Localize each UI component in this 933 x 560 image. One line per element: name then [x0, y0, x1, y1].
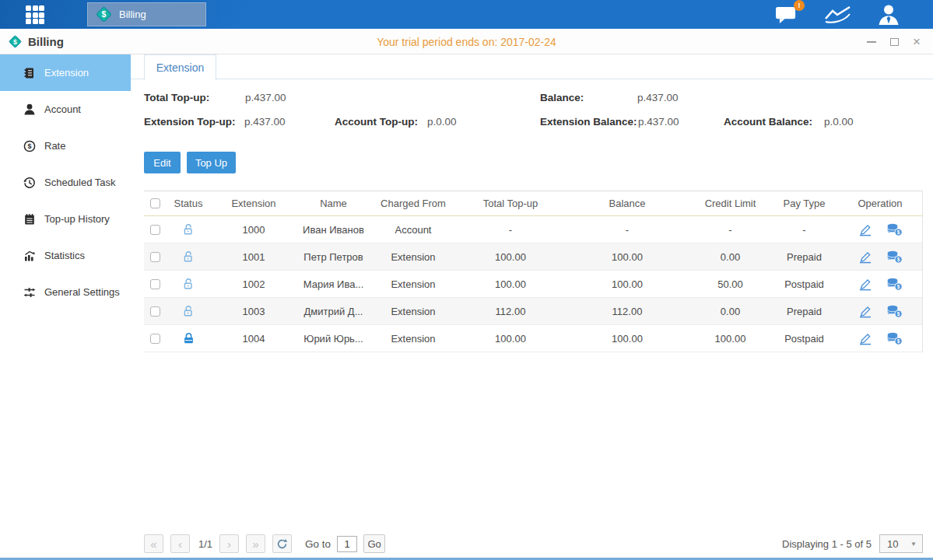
sidebar-item-label: Rate [44, 140, 65, 152]
topup-coins-icon[interactable]: $ [886, 278, 903, 291]
total-topup-cell: - [456, 224, 565, 236]
status-lock-icon[interactable] [182, 223, 195, 236]
credit-limit-cell: 100.00 [689, 333, 771, 345]
tab-extension[interactable]: Extension [144, 54, 216, 80]
balance-cell: 100.00 [565, 251, 689, 263]
topup-button[interactable]: Top Up [187, 152, 236, 173]
refresh-icon [276, 538, 288, 550]
sidebar-item-label: Top-up History [44, 213, 110, 225]
extension-cell: 1002 [211, 278, 296, 290]
goto-page-input[interactable] [337, 536, 357, 552]
sliders-icon [23, 286, 36, 299]
pay-type-cell: Prepaid [771, 306, 837, 317]
extension-topup-value: p.437.00 [244, 116, 286, 128]
pay-type-cell: Postpaid [771, 333, 837, 345]
svg-text:$: $ [896, 256, 900, 262]
sidebar-item-label: Account [44, 103, 81, 115]
balance-cell: - [565, 224, 689, 236]
table-row: 1002 Мария Ива... Extension 100.00 100.0… [144, 271, 922, 298]
user-icon[interactable] [877, 4, 900, 25]
sidebar-item-extension[interactable]: Extension [0, 54, 131, 91]
edit-icon[interactable] [858, 278, 872, 291]
pagination-bar: « ‹ 1/1 › » Go to Go Displaying 1 - 5 of… [144, 534, 923, 554]
svg-text:$: $ [102, 9, 107, 19]
pay-type-cell: Postpaid [771, 278, 837, 290]
chart-icon[interactable] [824, 5, 852, 25]
edit-icon[interactable] [858, 305, 872, 318]
name-cell: Иван Иванов [296, 224, 370, 236]
billing-diamond-icon-small: $ [8, 34, 23, 49]
edit-icon[interactable] [858, 332, 872, 345]
extension-cell: 1003 [211, 306, 296, 317]
person-icon [23, 103, 36, 116]
extension-cell: 1001 [211, 251, 296, 263]
svg-text:$: $ [13, 38, 17, 46]
status-lock-icon[interactable] [182, 332, 195, 345]
bar-chart-icon [23, 250, 36, 262]
topup-coins-icon[interactable]: $ [886, 250, 903, 264]
app-grid-icon[interactable] [26, 5, 57, 24]
main-panel: Extension Total Top-up: p.437.00 Balance… [131, 54, 933, 558]
minimize-button[interactable] [866, 37, 877, 47]
titlebar: $ Billing Your trial period ends on: 201… [0, 29, 933, 54]
refresh-button[interactable] [272, 534, 292, 553]
sidebar-item-rate[interactable]: $ Rate [0, 128, 131, 164]
billing-diamond-icon: $ [95, 5, 113, 23]
last-page-button[interactable]: » [246, 534, 265, 553]
status-lock-icon[interactable] [182, 250, 195, 264]
row-checkbox[interactable] [150, 279, 160, 289]
sidebar-item-scheduled-task[interactable]: Scheduled Task [0, 164, 131, 201]
notebook-icon [23, 213, 36, 226]
charged-from-cell: Extension [370, 333, 456, 345]
sidebar-item-topup-history[interactable]: Top-up History [0, 201, 131, 237]
row-checkbox[interactable] [150, 225, 160, 235]
chat-icon[interactable]: ! [775, 5, 799, 25]
charged-from-cell: Extension [370, 251, 456, 263]
maximize-button[interactable] [889, 37, 900, 47]
col-operation: Operation [837, 198, 923, 209]
status-lock-icon[interactable] [182, 278, 195, 291]
topup-coins-icon[interactable]: $ [886, 332, 903, 345]
edit-icon[interactable] [858, 223, 872, 236]
svg-text:$: $ [27, 142, 31, 150]
first-page-button[interactable]: « [144, 534, 163, 553]
sidebar-item-label: General Settings [44, 286, 120, 298]
taskbar-tab-billing[interactable]: $ Billing [87, 2, 206, 26]
table-row: 1001 Петр Петров Extension 100.00 100.00… [144, 243, 922, 271]
row-checkbox[interactable] [150, 252, 160, 262]
sidebar-item-statistics[interactable]: Statistics [0, 237, 131, 274]
next-page-button[interactable]: › [219, 534, 239, 553]
col-name: Name [296, 198, 370, 209]
sidebar-item-account[interactable]: Account [0, 91, 131, 128]
sidebar-item-general-settings[interactable]: General Settings [0, 274, 131, 310]
extension-balance-label: Extension Balance: [540, 116, 637, 128]
topup-coins-icon[interactable]: $ [886, 223, 903, 236]
col-charged-from: Charged From [370, 198, 456, 209]
credit-limit-cell: - [689, 224, 771, 236]
credit-limit-cell: 0.00 [689, 251, 771, 263]
name-cell: Дмитрий Д... [296, 306, 370, 317]
total-topup-cell: 100.00 [456, 278, 565, 290]
prev-page-button[interactable]: ‹ [170, 534, 190, 553]
notification-badge: ! [794, 0, 805, 11]
displaying-text: Displaying 1 - 5 of 5 [782, 538, 872, 550]
edit-button[interactable]: Edit [144, 152, 181, 173]
account-topup-label: Account Top-up: [335, 116, 418, 128]
extension-cell: 1004 [211, 333, 296, 345]
extension-topup-label: Extension Top-up: [144, 116, 236, 128]
extension-balance-value: p.437.00 [638, 116, 679, 128]
edit-icon[interactable] [858, 250, 872, 264]
row-checkbox[interactable] [150, 306, 160, 317]
status-lock-icon[interactable] [182, 305, 195, 318]
total-topup-cell: 100.00 [456, 251, 565, 263]
topup-coins-icon[interactable]: $ [886, 305, 903, 318]
page-size-dropdown[interactable]: 10 ▼ [879, 534, 923, 553]
row-checkbox[interactable] [150, 334, 160, 344]
go-button[interactable]: Go [363, 534, 385, 553]
name-cell: Юрий Юрь... [296, 333, 370, 345]
close-button[interactable]: × [911, 37, 922, 47]
account-balance-value: p.0.00 [824, 116, 854, 128]
select-all-checkbox[interactable] [150, 198, 160, 208]
sidebar-item-label: Statistics [44, 250, 85, 261]
col-credit-limit: Credit Limit [689, 198, 771, 209]
